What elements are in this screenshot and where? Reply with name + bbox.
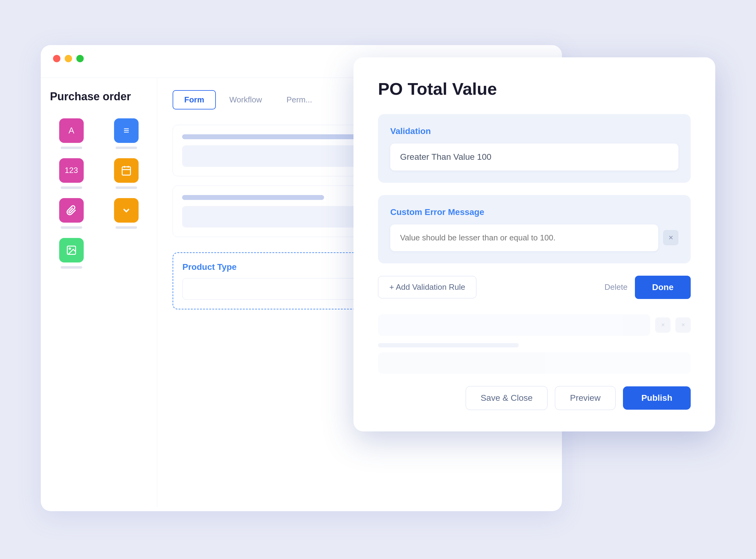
field-item-date[interactable] — [105, 158, 148, 189]
modal-footer: Save & Close Preview Publish — [378, 386, 691, 410]
field-item-number[interactable]: 123 — [50, 158, 93, 189]
number-label-bar — [61, 186, 82, 189]
sidebar: Purchase order A ≡ 123 — [41, 78, 157, 507]
blurred-field-row: ✕ ✕ — [378, 314, 691, 336]
scene: Purchase order A ≡ 123 — [41, 27, 715, 533]
validation-section: Validation — [378, 114, 691, 183]
modal-panel: PO Total Value Validation Custom Error M… — [353, 57, 715, 431]
right-actions: Delete Done — [604, 276, 691, 299]
field-item-paragraph[interactable]: ≡ — [105, 118, 148, 149]
sidebar-title: Purchase order — [50, 90, 148, 103]
field-item-image[interactable] — [50, 238, 93, 269]
tab-workflow[interactable]: Workflow — [218, 90, 273, 110]
save-close-button[interactable]: Save & Close — [466, 386, 548, 410]
dropdown-label-bar — [116, 226, 137, 229]
field-item-text[interactable]: A — [50, 118, 93, 149]
action-row: + Add Validation Rule Delete Done — [378, 276, 691, 299]
attachment-icon — [59, 198, 84, 223]
add-rule-button[interactable]: + Add Validation Rule — [378, 276, 476, 298]
publish-button[interactable]: Publish — [623, 386, 691, 410]
text-label-bar — [61, 147, 82, 149]
validation-label: Validation — [390, 126, 679, 136]
blurred-field-2 — [378, 343, 691, 374]
paragraph-icon: ≡ — [114, 118, 139, 143]
paragraph-label-bar — [116, 147, 137, 149]
svg-point-5 — [69, 248, 70, 249]
custom-error-label: Custom Error Message — [390, 207, 679, 217]
validation-input[interactable] — [390, 143, 679, 171]
preview-button[interactable]: Preview — [555, 386, 616, 410]
traffic-dot-yellow[interactable] — [65, 55, 72, 62]
field-grid: A ≡ 123 — [50, 118, 148, 269]
tab-permissions[interactable]: Perm... — [275, 90, 323, 110]
error-input-row: ✕ — [390, 224, 679, 251]
delete-button[interactable]: Delete — [604, 283, 627, 292]
date-label-bar — [116, 186, 137, 189]
field-item-attachment[interactable] — [50, 198, 93, 229]
done-button[interactable]: Done — [635, 276, 691, 299]
tab-form[interactable]: Form — [173, 90, 216, 110]
date-icon — [114, 158, 139, 183]
image-icon — [59, 238, 84, 263]
number-icon: 123 — [59, 158, 84, 183]
svg-rect-0 — [122, 167, 131, 175]
field-item-dropdown[interactable] — [105, 198, 148, 229]
text-icon: A — [59, 118, 84, 143]
attachment-label-bar — [61, 226, 82, 229]
image-label-bar — [61, 266, 82, 269]
field-header-bar-2 — [182, 195, 324, 200]
modal-title: PO Total Value — [378, 79, 691, 99]
traffic-dot-red[interactable] — [53, 55, 61, 62]
custom-error-section: Custom Error Message ✕ — [378, 195, 691, 263]
traffic-dot-green[interactable] — [76, 55, 84, 62]
clear-error-button[interactable]: ✕ — [663, 230, 679, 245]
dropdown-icon — [114, 198, 139, 223]
error-message-input[interactable] — [390, 224, 658, 251]
